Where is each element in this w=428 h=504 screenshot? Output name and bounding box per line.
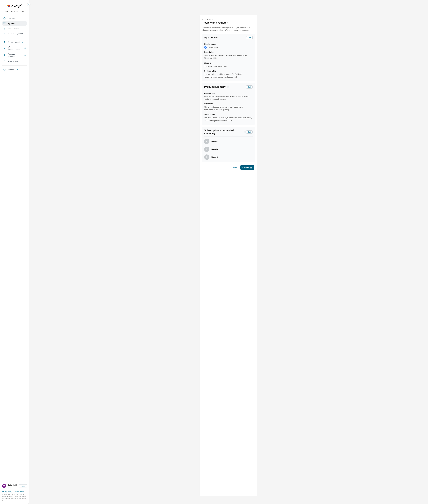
redirect-uri-value: https://recipient.dev.ddp.akoya.com/flow… [204, 73, 253, 76]
nav-label: Release notes [8, 60, 19, 62]
user-row: OP Emily Smith Admin Logout [0, 483, 29, 489]
subscription-initial-icon: C [204, 154, 209, 160]
brand-block: akoya® DATA RECIPEINT HUB [0, 0, 29, 13]
subscription-item: C Bank C [204, 154, 253, 160]
sidebar-item-support[interactable]: Support [2, 67, 27, 72]
svg-point-6 [5, 55, 5, 55]
doc-icon [3, 47, 6, 49]
external-link-icon [16, 69, 18, 70]
sidebar-item-team-management[interactable]: Team management [2, 31, 27, 36]
page-title: Review and register [202, 21, 254, 24]
subscription-name: Bank B [211, 148, 218, 150]
external-link-icon [24, 54, 26, 56]
edit-subscriptions-button[interactable]: Edit [246, 130, 253, 134]
apps-icon [3, 22, 6, 25]
sidebar-item-overview[interactable]: Overview [2, 16, 27, 21]
product-title: Account info [204, 92, 253, 94]
subscription-item: B Bank B [204, 146, 253, 152]
display-name-value: Finpayments [208, 46, 218, 49]
step-label: STEP 4 OF 4 [202, 18, 254, 20]
redirect-uris-label: Redirect URIs [204, 70, 253, 72]
product-desc: The transactions API allows you to retri… [204, 116, 253, 122]
page-intro: Please check the details you've provided… [202, 26, 254, 32]
subscription-item: A Bank A [204, 139, 253, 144]
description-value: Finpayments is a payments app that is de… [204, 54, 253, 60]
nav-label: Postman collection [8, 53, 22, 57]
svg-rect-1 [5, 23, 5, 23]
website-label: Website [204, 62, 253, 64]
product-desc: Basic account information including acco… [204, 95, 253, 100]
svg-rect-0 [4, 23, 4, 23]
section-app-details: App details Edit Display name Finpayment… [202, 34, 255, 81]
subscription-initial-icon: A [204, 139, 209, 144]
nav-divider [2, 38, 27, 38]
brand-name: akoya® [11, 4, 22, 8]
home-icon [3, 17, 6, 19]
description-label: Description [204, 51, 253, 53]
app-logo-icon [204, 46, 207, 49]
sidebar-item-data-providers[interactable]: Data providers [2, 26, 27, 31]
product-title: Payments [204, 103, 253, 105]
nav-label: Support [8, 69, 14, 71]
team-icon [3, 32, 6, 35]
sidebar-item-postman[interactable]: Postman collection [2, 52, 27, 59]
external-link-icon [24, 47, 26, 49]
rocket-icon [3, 54, 6, 56]
logout-button[interactable]: Logout [19, 484, 27, 487]
sidebar-item-release-notes[interactable]: Release notes [2, 59, 27, 64]
page-card: STEP 4 OF 4 Review and register Please c… [200, 16, 257, 495]
sidebar-item-api-docs[interactable]: API documentation [2, 45, 27, 52]
page-actions: Back Register app [200, 164, 257, 170]
product-desc: This product supports use cases such as … [204, 106, 253, 111]
nav-label: Getting started [8, 41, 19, 43]
brand-tagline: DATA RECIPEINT HUB [3, 10, 26, 12]
register-app-button[interactable]: Register app [240, 165, 254, 170]
section-subscriptions: Subscriptions requested summary 3 Edit A… [202, 127, 255, 162]
website-value: https://www.finpayments.com [204, 65, 253, 68]
nav-label: Data providers [8, 27, 19, 30]
main: STEP 4 OF 4 Review and register Please c… [29, 0, 428, 504]
edit-product-summary-button[interactable]: Edit [246, 85, 253, 88]
redirect-uris-list: https://recipient.dev.ddp.akoya.com/flow… [204, 73, 253, 78]
primary-nav: Overview My apps Data providers Team man… [0, 13, 29, 72]
section-title: Subscriptions requested summary [204, 129, 242, 135]
svg-rect-2 [4, 24, 4, 24]
user-name: Emily Smith [8, 484, 17, 486]
svg-point-4 [5, 33, 5, 33]
copyright-text: © 2019 - 2022 Akoya LLC. All rights rese… [2, 494, 27, 502]
sidebar: akoya® DATA RECIPEINT HUB Overview My ap… [0, 0, 29, 504]
bank-icon [3, 27, 6, 30]
collapse-icon [28, 4, 29, 5]
mail-icon [3, 68, 6, 71]
logo-icon [7, 5, 10, 8]
nav-label: Overview [8, 17, 15, 19]
nav-label: My apps [8, 22, 15, 25]
collapse-sidebar-button[interactable] [27, 3, 30, 6]
display-name-label: Display name [204, 43, 253, 45]
terms-link[interactable]: Terms of Use [15, 491, 24, 493]
back-button[interactable]: Back [232, 165, 238, 170]
bolt-icon [3, 41, 6, 43]
notes-icon [3, 60, 6, 62]
nav-label: API documentation [8, 46, 22, 50]
section-product-summary: Product summary 3 Edit Account info Basi… [202, 83, 255, 125]
product-title: Transactions [204, 113, 253, 116]
product-count-badge: 3 [227, 86, 230, 88]
avatar: OP [2, 484, 6, 488]
subscription-name: Bank C [211, 156, 218, 158]
nav-label: Team management [8, 33, 23, 35]
privacy-link[interactable]: Privacy Policy [2, 491, 12, 493]
section-title: Product summary [204, 85, 226, 88]
svg-point-3 [4, 33, 4, 33]
sidebar-item-my-apps[interactable]: My apps [2, 21, 27, 26]
external-link-icon [22, 41, 23, 43]
section-title: App details [204, 36, 218, 39]
legal-block: Privacy Policy Terms of Use © 2019 - 202… [0, 489, 29, 502]
sidebar-item-getting-started[interactable]: Getting started [2, 40, 27, 45]
subscription-initial-icon: B [204, 146, 209, 152]
subscription-count-badge: 3 [244, 131, 246, 133]
user-role: Admin [8, 486, 17, 488]
redirect-uri-value: https://www.finpayments.com/flow/callbac… [204, 76, 253, 78]
edit-app-details-button[interactable]: Edit [246, 36, 253, 39]
subscription-name: Bank A [211, 140, 218, 142]
